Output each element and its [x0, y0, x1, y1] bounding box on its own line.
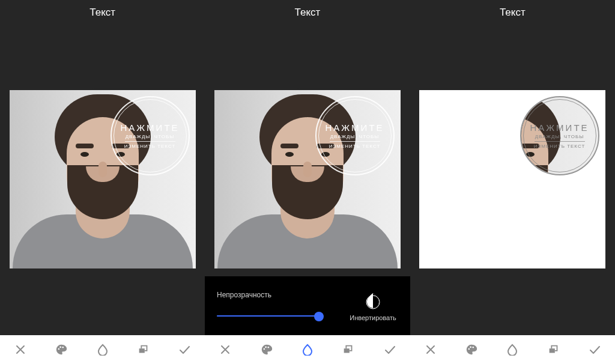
badge-line3: ИЗМЕНИТЬ ТЕКСТ	[124, 144, 176, 149]
canvas[interactable]: НАЖМИТЕ ДВАЖДЫ, ЧТОБЫ ИЗМЕНИТЬ ТЕКСТ	[214, 90, 401, 268]
canvas[interactable]: НАЖМИТЕ ДВАЖДЫ, ЧТОБЫ ИЗМЕНИТЬ ТЕКСТ	[419, 90, 605, 268]
badge-line2: ДВАЖДЫ, ЧТОБЫ	[535, 134, 584, 139]
text-overlay-badge[interactable]: НАЖМИТЕ ДВАЖДЫ, ЧТОБЫ ИЗМЕНИТЬ ТЕКСТ	[111, 96, 190, 175]
preview-panel: НАЖМИТЕ ДВАЖДЫ, ЧТОБЫ ИЗМЕНИТЬ ТЕКСТ	[410, 90, 614, 268]
screen-title-1: Текст	[0, 0, 205, 25]
confirm-button[interactable]	[176, 341, 193, 358]
screen-title-2: Текст	[205, 0, 410, 25]
confirm-button[interactable]	[381, 341, 398, 358]
preview-panel: НАЖМИТЕ ДВАЖДЫ, ЧТОБЫ ИЗМЕНИТЬ ТЕКСТ	[205, 90, 410, 268]
opacity-icon[interactable]	[299, 341, 316, 358]
svg-point-6	[267, 347, 269, 348]
invert-label: Инвертировать	[350, 314, 396, 321]
svg-point-5	[265, 347, 267, 348]
badge-line3: ИЗМЕНИТЬ ТЕКСТ	[534, 144, 586, 149]
bottom-toolbar	[0, 335, 615, 364]
close-button[interactable]	[422, 341, 439, 358]
svg-point-1	[58, 348, 60, 350]
palette-icon[interactable]	[463, 341, 480, 358]
toolbar-group	[0, 335, 205, 364]
preview-row: НАЖМИТЕ ДВАЖДЫ, ЧТОБЫ ИЗМЕНИТЬ ТЕКСТ	[0, 90, 615, 268]
slider-thumb[interactable]	[314, 312, 324, 321]
close-button[interactable]	[12, 341, 29, 358]
opacity-invert-card: Непрозрачность Инвертировать	[205, 276, 410, 336]
style-icon[interactable]	[135, 341, 152, 358]
opacity-control: Непрозрачность	[205, 276, 336, 336]
toolbar-group	[410, 335, 615, 364]
badge-line3: ИЗМЕНИТЬ ТЕКСТ	[329, 144, 381, 149]
svg-point-8	[470, 347, 471, 348]
palette-icon[interactable]	[53, 341, 70, 358]
app-root: Текст Текст Текст	[0, 0, 615, 364]
opacity-label: Непрозрачность	[217, 291, 324, 299]
badge-line2: ДВАЖДЫ, ЧТОБЫ	[126, 134, 175, 139]
toolbar-group	[205, 335, 410, 364]
svg-point-3	[62, 347, 64, 348]
header-row: Текст Текст Текст	[0, 0, 615, 25]
svg-point-4	[263, 348, 265, 350]
opacity-icon[interactable]	[504, 341, 521, 358]
invert-icon	[364, 291, 382, 309]
badge-line2: ДВАЖДЫ, ЧТОБЫ	[330, 134, 380, 139]
canvas[interactable]: НАЖМИТЕ ДВАЖДЫ, ЧТОБЫ ИЗМЕНИТЬ ТЕКСТ	[10, 90, 196, 268]
preview-panel: НАЖМИТЕ ДВАЖДЫ, ЧТОБЫ ИЗМЕНИТЬ ТЕКСТ	[0, 90, 205, 268]
svg-point-2	[60, 347, 62, 348]
palette-icon[interactable]	[258, 341, 275, 358]
text-overlay-badge[interactable]: НАЖМИТЕ ДВАЖДЫ, ЧТОБЫ ИЗМЕНИТЬ ТЕКСТ	[520, 96, 599, 175]
opacity-icon[interactable]	[94, 341, 111, 358]
style-icon[interactable]	[545, 341, 562, 358]
svg-point-9	[473, 347, 474, 348]
badge-line1: НАЖМИТЕ	[530, 123, 589, 133]
opacity-slider[interactable]	[217, 310, 324, 322]
confirm-button[interactable]	[586, 341, 603, 358]
svg-point-7	[468, 348, 470, 350]
screen-title-3: Текст	[410, 0, 615, 25]
style-icon[interactable]	[340, 341, 357, 358]
invert-button[interactable]: Инвертировать	[336, 276, 410, 336]
badge-line1: НАЖМИТЕ	[325, 123, 384, 133]
text-overlay-badge[interactable]: НАЖМИТЕ ДВАЖДЫ, ЧТОБЫ ИЗМЕНИТЬ ТЕКСТ	[315, 96, 395, 175]
close-button[interactable]	[217, 341, 234, 358]
badge-line1: НАЖМИТЕ	[120, 123, 179, 133]
